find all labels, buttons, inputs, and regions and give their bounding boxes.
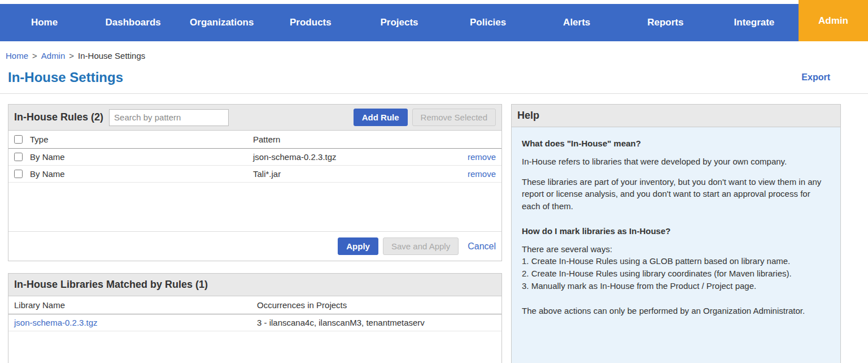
occurrences-column-header: Occurrences in Projects: [257, 300, 496, 310]
content-area: In-House Rules (2) Add Rule Remove Selec…: [0, 104, 868, 363]
search-pattern-input[interactable]: [109, 109, 229, 126]
rule-row: By Name json-schema-0.2.3.tgz remove: [8, 149, 501, 166]
pattern-column-header: Pattern: [253, 135, 456, 144]
rule-type: By Name: [30, 152, 253, 162]
select-all-checkbox-cell: [14, 135, 30, 144]
rule-type: By Name: [30, 169, 253, 179]
libraries-panel-title: In-House Libraries Matched by Rules (1): [14, 279, 208, 291]
left-column: In-House Rules (2) Add Rule Remove Selec…: [8, 104, 502, 363]
rule-row-checkbox[interactable]: [14, 170, 23, 178]
help-text-line: 3. Manually mark as In-House from the Pr…: [522, 280, 830, 292]
libraries-table-header: Library Name Occurrences in Projects: [8, 296, 501, 314]
libraries-panel-header: In-House Libraries Matched by Rules (1): [8, 274, 501, 296]
top-navigation: Home Dashboards Organizations Products P…: [0, 0, 868, 41]
rules-panel-header: In-House Rules (2) Add Rule Remove Selec…: [8, 105, 501, 131]
library-occurrences: 3 - ilanscana4c, ilanscanM3, tenantmetas…: [257, 318, 496, 327]
help-panel-header: Help: [512, 105, 840, 127]
help-panel-body: What does "In-House" mean? In-House refe…: [512, 127, 840, 363]
help-paragraph: In-House refers to libraries that were d…: [522, 155, 830, 168]
rule-pattern: json-schema-0.2.3.tgz: [253, 152, 456, 162]
nav-item-organizations[interactable]: Organizations: [177, 17, 266, 28]
breadcrumb-current: In-House Settings: [78, 51, 145, 60]
remove-selected-button[interactable]: Remove Selected: [412, 109, 496, 126]
rules-table-header: Type Pattern: [8, 131, 501, 149]
rule-row: By Name Tali*.jar remove: [8, 166, 501, 183]
rules-empty-space: [8, 183, 501, 231]
help-panel-title: Help: [517, 110, 539, 122]
page-title-row: In-House Settings Export: [0, 60, 868, 94]
nav-item-home[interactable]: Home: [0, 17, 89, 28]
library-row: json-schema-0.2.3.tgz 3 - ilanscana4c, i…: [8, 314, 501, 331]
type-column-header: Type: [30, 135, 253, 144]
breadcrumb-separator: >: [69, 51, 74, 60]
add-rule-button[interactable]: Add Rule: [354, 109, 408, 126]
help-text-line: 1. Create In-House Rules using a GLOB pa…: [522, 255, 830, 267]
help-text-line: There are several ways:: [522, 243, 830, 256]
export-link[interactable]: Export: [801, 72, 830, 83]
breadcrumb-separator: >: [32, 51, 37, 60]
rule-row-checkbox[interactable]: [14, 153, 23, 161]
help-section-heading: How do I mark libraries as In-House?: [522, 225, 830, 237]
nav-item-integrate[interactable]: Integrate: [710, 17, 799, 28]
nav-item-admin-active[interactable]: Admin: [799, 0, 868, 41]
help-text-line: 2. Create In-House Rules using library c…: [522, 267, 830, 280]
breadcrumb-admin-link[interactable]: Admin: [41, 51, 66, 60]
rule-checkbox-cell: [14, 153, 30, 161]
nav-item-reports[interactable]: Reports: [621, 17, 710, 28]
save-and-apply-button[interactable]: Save and Apply: [383, 237, 459, 255]
nav-item-projects[interactable]: Projects: [355, 17, 443, 28]
rule-remove-link[interactable]: remove: [456, 169, 496, 179]
rule-pattern: Tali*.jar: [253, 169, 456, 179]
nav-item-policies[interactable]: Policies: [444, 17, 533, 28]
matched-libraries-panel: In-House Libraries Matched by Rules (1) …: [8, 273, 502, 363]
library-name-link[interactable]: json-schema-0.2.3.tgz: [14, 318, 257, 327]
help-paragraph: These libraries are part of your invento…: [522, 176, 830, 213]
libraries-empty-space: [8, 331, 501, 363]
rule-remove-link[interactable]: remove: [456, 152, 496, 162]
page-title: In-House Settings: [8, 70, 123, 85]
nav-item-alerts[interactable]: Alerts: [533, 17, 621, 28]
help-panel: Help What does "In-House" mean? In-House…: [511, 104, 841, 363]
cancel-link[interactable]: Cancel: [468, 241, 496, 252]
rules-panel-title: In-House Rules (2): [14, 111, 103, 123]
help-section-heading: What does "In-House" mean?: [522, 137, 830, 150]
in-house-rules-panel: In-House Rules (2) Add Rule Remove Selec…: [8, 104, 502, 261]
rules-panel-footer: Apply Save and Apply Cancel: [8, 231, 501, 261]
nav-items: Home Dashboards Organizations Products P…: [0, 4, 799, 41]
apply-button[interactable]: Apply: [338, 237, 378, 255]
right-column: Help What does "In-House" mean? In-House…: [511, 104, 841, 363]
rule-checkbox-cell: [14, 170, 30, 178]
breadcrumb: Home > Admin > In-House Settings: [0, 41, 868, 60]
breadcrumb-home-link[interactable]: Home: [6, 51, 28, 60]
select-all-checkbox[interactable]: [14, 135, 23, 144]
help-paragraph: The above actions can only be performed …: [522, 305, 830, 317]
nav-item-dashboards[interactable]: Dashboards: [89, 17, 177, 28]
library-name-column-header: Library Name: [14, 300, 257, 310]
nav-item-products[interactable]: Products: [266, 17, 355, 28]
